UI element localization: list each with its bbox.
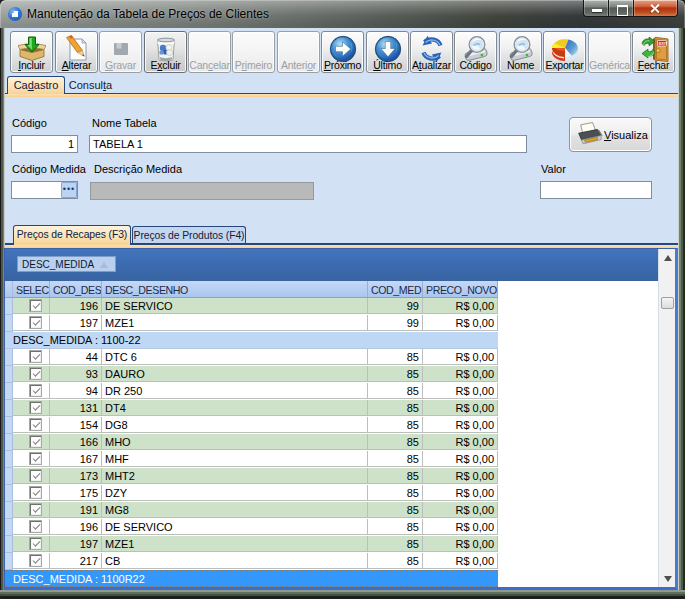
svg-text:EXIT: EXIT [658, 42, 667, 46]
